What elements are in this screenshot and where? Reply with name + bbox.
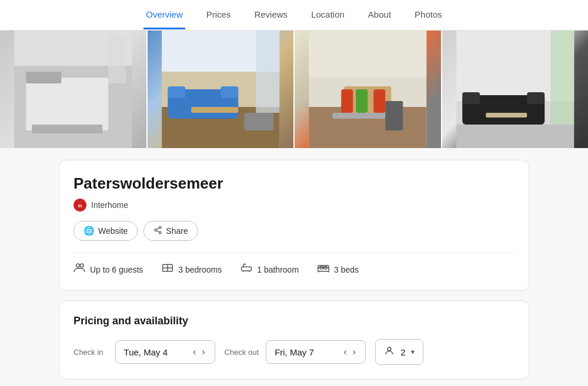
share-label: Share [166,226,188,236]
svg-rect-28 [462,92,480,104]
checkout-label: Check out [225,348,259,357]
svg-rect-19 [356,89,368,113]
photo-living-room-1[interactable] [146,31,294,148]
nav-overview[interactable]: Overview [143,1,185,29]
svg-rect-10 [220,86,238,98]
share-icon [153,226,162,236]
checkin-prev-button[interactable]: ‹ [192,347,197,357]
bathroom-icon [240,263,252,276]
svg-rect-23 [309,31,426,78]
guests-label: Up to 6 guests [90,265,143,274]
photo-dining[interactable] [293,31,441,148]
provider-row: ih Interhome [74,199,514,212]
svg-point-50 [387,347,391,351]
provider-name: Interhome [91,200,128,210]
svg-rect-20 [373,89,385,113]
svg-point-34 [159,226,162,229]
amenities-row: Up to 6 guests 3 bedrooms [74,253,514,276]
checkout-group: Check out Fri, May 7 ‹ › [225,340,366,364]
svg-rect-5 [108,36,126,83]
svg-rect-1 [26,78,108,130]
bedrooms-label: 3 bedrooms [178,265,222,274]
amenity-guests: Up to 6 guests [74,263,143,276]
svg-rect-9 [168,86,185,98]
checkin-value: Tue, May 4 [124,347,185,357]
navigation: Overview Prices Reviews Location About P… [0,0,588,31]
action-buttons: 🌐 Website Share [74,221,514,241]
svg-rect-26 [550,31,574,125]
guests-count: 2 [400,347,405,357]
svg-rect-11 [191,107,238,113]
pricing-card: Pricing and availability Check in Tue, M… [59,300,529,380]
nav-photos[interactable]: Photos [412,1,445,29]
property-title: Paterswoldersemeer [74,174,514,193]
svg-point-35 [155,229,157,231]
provider-icon: ih [74,199,86,212]
svg-rect-22 [385,101,403,130]
checkout-next-button[interactable]: › [352,347,357,357]
svg-line-37 [157,230,159,231]
checkout-value: Fri, May 7 [275,347,335,357]
svg-point-36 [159,231,162,234]
checkin-picker[interactable]: Tue, May 4 ‹ › [115,340,215,364]
photo-living-room-2[interactable] [441,31,589,148]
svg-rect-2 [26,72,61,83]
nav-prices[interactable]: Prices [204,1,233,29]
checkout-prev-button[interactable]: ‹ [342,347,348,357]
beds-label: 3 beds [334,265,359,274]
svg-rect-30 [486,113,527,118]
svg-rect-12 [244,113,273,130]
beds-icon [318,263,329,276]
svg-text:ih: ih [78,203,82,209]
svg-rect-18 [341,89,353,113]
svg-line-38 [157,228,159,229]
svg-rect-14 [256,31,279,113]
checkout-picker[interactable]: Fri, May 7 ‹ › [266,340,366,364]
pricing-title: Pricing and availability [74,315,514,327]
guests-picker[interactable]: 2 ▾ [375,339,423,365]
guests-person-icon [384,345,395,358]
amenity-bathroom: 1 bathroom [240,263,299,276]
svg-rect-29 [527,92,544,104]
website-label: Website [98,226,128,236]
checkout-nav: ‹ › [342,347,357,357]
website-button[interactable]: 🌐 Website [74,221,138,241]
guests-chevron-icon: ▾ [411,348,415,356]
amenity-beds: 3 beds [318,263,359,276]
bathroom-label: 1 bathroom [257,265,299,274]
nav-location[interactable]: Location [309,1,347,29]
date-row: Check in Tue, May 4 ‹ › Check out Fri, M… [74,339,514,365]
photo-bedroom[interactable] [0,31,146,148]
property-card: Paterswoldersemeer ih Interhome 🌐 Websit… [59,160,529,291]
svg-point-39 [76,264,80,267]
photo-strip [0,31,588,148]
checkin-nav: ‹ › [192,347,206,357]
guests-icon [74,263,85,276]
nav-about[interactable]: About [366,1,393,29]
svg-rect-31 [456,125,574,148]
checkin-label: Check in [74,348,103,357]
checkin-next-button[interactable]: › [201,347,206,357]
share-button[interactable]: Share [143,221,198,241]
svg-rect-3 [32,125,102,133]
svg-rect-44 [242,267,252,271]
nav-reviews[interactable]: Reviews [252,1,290,29]
svg-point-40 [80,264,83,267]
amenity-bedrooms: 3 bedrooms [162,263,222,276]
globe-icon: 🌐 [83,226,95,236]
bedrooms-icon [162,263,173,276]
